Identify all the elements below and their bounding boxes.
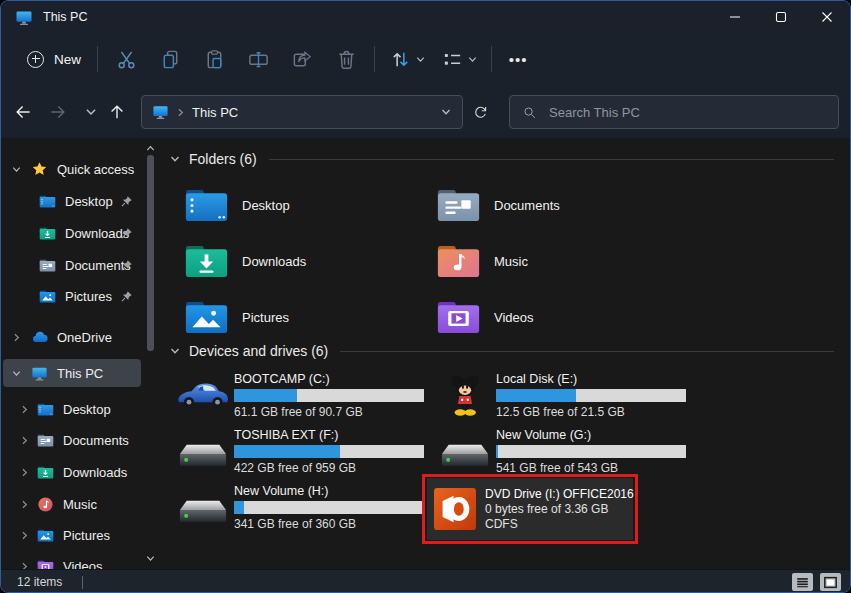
drive-tile-new-volume-g[interactable]: New Volume (G:) 541 GB free of 543 GB <box>436 425 686 477</box>
chevron-down-icon <box>467 54 478 65</box>
car-drive-icon <box>176 381 230 410</box>
rename-button[interactable] <box>236 39 280 79</box>
sidebar-item-label: Desktop <box>65 194 113 209</box>
share-button[interactable] <box>280 39 324 79</box>
address-dropdown-chevron-icon[interactable] <box>440 106 452 118</box>
items-count: 12 items <box>17 575 62 589</box>
folder-tile-pictures[interactable]: Pictures <box>184 291 432 343</box>
search-box <box>509 95 839 129</box>
copy-button[interactable] <box>148 39 192 79</box>
see-more-button[interactable]: ••• <box>498 39 538 79</box>
chevron-down-icon[interactable] <box>169 153 181 165</box>
pin-icon <box>120 195 133 208</box>
chevron-down-icon[interactable] <box>11 368 22 379</box>
chevron-right-icon[interactable] <box>19 499 30 510</box>
chevron-down-icon[interactable] <box>11 164 22 175</box>
forward-button[interactable] <box>42 96 74 128</box>
sort-button[interactable] <box>381 39 433 79</box>
sidebar-item-desktop-pinned[interactable]: Desktop <box>3 187 141 215</box>
sidebar-item-pictures[interactable]: Pictures <box>3 521 141 549</box>
scroll-up-icon[interactable] <box>145 143 156 154</box>
folder-name: Downloads <box>242 254 306 269</box>
paste-button[interactable] <box>192 39 236 79</box>
sidebar-item-label: Downloads <box>63 465 127 480</box>
address-bar[interactable]: This PC <box>141 95 463 129</box>
sidebar-item-this-pc[interactable]: This PC <box>3 359 141 387</box>
arrow-up-icon <box>107 102 127 122</box>
rename-icon <box>247 48 270 71</box>
window-controls <box>712 1 850 33</box>
plus-circle-icon <box>27 51 44 68</box>
pictures-folder-icon <box>184 298 229 336</box>
folder-name: Documents <box>494 198 560 213</box>
large-icons-view-button[interactable] <box>820 573 841 591</box>
cut-button[interactable] <box>104 39 148 79</box>
star-icon <box>31 161 48 178</box>
videos-folder-icon <box>436 298 481 336</box>
scroll-down-icon[interactable] <box>145 553 156 564</box>
chevron-down-icon[interactable] <box>169 345 181 357</box>
new-button-label: New <box>54 52 81 67</box>
sidebar-item-documents[interactable]: Documents <box>3 426 141 454</box>
breadcrumb-this-pc[interactable]: This PC <box>192 105 238 120</box>
view-button[interactable] <box>433 39 485 79</box>
folder-tile-downloads[interactable]: Downloads <box>184 235 432 287</box>
close-button[interactable] <box>804 1 850 33</box>
sidebar-item-music[interactable]: Music <box>3 490 141 518</box>
share-icon <box>291 48 314 71</box>
search-input[interactable] <box>547 104 826 121</box>
refresh-button[interactable] <box>465 97 495 127</box>
drives-section-header: Devices and drives (6) <box>169 341 834 361</box>
folder-tile-documents[interactable]: Documents <box>436 179 684 231</box>
music-folder-icon <box>436 242 481 280</box>
back-button[interactable] <box>7 96 39 128</box>
hdd-icon <box>440 432 490 471</box>
sidebar-item-documents-pinned[interactable]: Documents <box>3 251 141 279</box>
sidebar-item-downloads[interactable]: Downloads <box>3 458 141 486</box>
delete-button[interactable] <box>324 39 368 79</box>
scrollbar-thumb[interactable] <box>147 155 154 351</box>
maximize-button[interactable] <box>758 1 804 33</box>
up-button[interactable] <box>101 96 133 128</box>
sidebar-item-pictures-pinned[interactable]: Pictures <box>3 282 141 310</box>
folder-tile-videos[interactable]: Videos <box>436 291 684 343</box>
sidebar-item-onedrive[interactable]: OneDrive <box>3 323 141 351</box>
sidebar-item-videos[interactable]: Videos <box>3 552 141 569</box>
navigation-pane: Quick access Desktop Downloads Documents… <box>1 139 161 569</box>
sidebar-item-label: Music <box>63 497 97 512</box>
drive-name: BOOTCAMP (C:) <box>234 372 424 386</box>
chevron-right-icon <box>175 107 186 118</box>
drives-section-title[interactable]: Devices and drives (6) <box>189 343 328 359</box>
chevron-right-icon[interactable] <box>19 561 30 570</box>
minimize-button[interactable] <box>712 1 758 33</box>
chevron-right-icon[interactable] <box>19 435 30 446</box>
folder-name: Pictures <box>242 310 289 325</box>
sidebar-item-desktop[interactable]: Desktop <box>3 395 141 423</box>
file-explorer-window: This PC New ••• <box>0 0 851 593</box>
capacity-bar <box>234 445 424 458</box>
sidebar-item-downloads-pinned[interactable]: Downloads <box>3 219 141 247</box>
drive-name: Local Disk (E:) <box>496 372 686 386</box>
cut-icon <box>115 48 138 71</box>
details-view-button[interactable] <box>792 573 813 591</box>
maximize-icon <box>775 11 787 23</box>
sidebar-item-label: This PC <box>57 366 103 381</box>
drive-tile-local-disk-e[interactable]: Local Disk (E:) 12.5 GB free of 21.5 GB <box>436 369 686 421</box>
folder-tile-desktop[interactable]: Desktop <box>184 179 432 231</box>
section-divider <box>340 351 834 352</box>
chevron-right-icon[interactable] <box>19 404 30 415</box>
chevron-right-icon[interactable] <box>19 467 30 478</box>
drive-tile-bootcamp-c[interactable]: BOOTCAMP (C:) 61.1 GB free of 90.7 GB <box>174 369 424 421</box>
sidebar-item-label: Documents <box>63 433 129 448</box>
new-button[interactable]: New <box>17 45 91 74</box>
chevron-right-icon[interactable] <box>11 332 22 343</box>
chevron-right-icon[interactable] <box>19 530 30 541</box>
sort-icon <box>389 48 412 71</box>
drive-tile-new-volume-h[interactable]: New Volume (H:) 341 GB free of 360 GB <box>174 481 424 533</box>
folders-section-title[interactable]: Folders (6) <box>189 151 257 167</box>
capacity-bar <box>234 501 424 514</box>
folder-tile-music[interactable]: Music <box>436 235 684 287</box>
details-view-icon <box>795 576 810 589</box>
drive-tile-toshiba-f[interactable]: TOSHIBA EXT (F:) 422 GB free of 959 GB <box>174 425 424 477</box>
sidebar-item-quick-access[interactable]: Quick access <box>3 155 141 183</box>
